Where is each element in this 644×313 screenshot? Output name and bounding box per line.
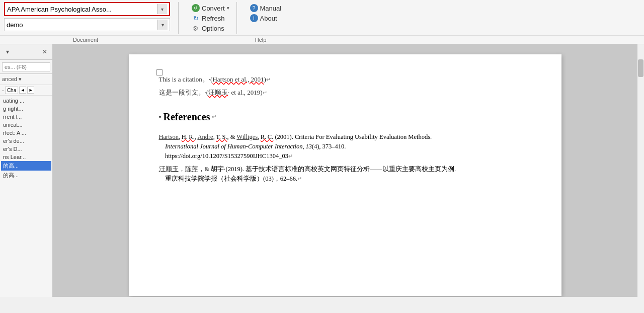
ref1-hartson[interactable]: Hartson (159, 133, 179, 140)
citation-2: 这是一段引文。·(汪顺玉· et al., 2019)↵ (159, 88, 531, 98)
scrollbar-thumb (638, 59, 643, 77)
sidebar-item-2[interactable]: rrent l... (1, 113, 51, 121)
demo-dropdown-arrow[interactable]: ▾ (157, 20, 168, 30)
citation-2-link[interactable]: 汪顺玉 (208, 89, 228, 96)
label-document: Document (4, 37, 175, 43)
pilcrow-heading: ↵ (212, 113, 216, 121)
options-label: Options (202, 25, 224, 32)
citation-1-link[interactable]: Hartson et al., 2001 (212, 75, 264, 83)
nav-dot: · (2, 86, 4, 94)
sidebar-search-container (0, 60, 52, 74)
ref1-issue: (4), (312, 143, 321, 150)
right-scrollbar[interactable] (637, 44, 644, 297)
sidebar-close-btn[interactable]: ✕ (39, 46, 50, 57)
main-area: ▾ ✕ anced ▾ · Cha ◄ ► uating ... g right… (0, 44, 644, 297)
refresh-button[interactable]: ↻ Refresh (189, 13, 232, 23)
ribbon-labels: Document Help (0, 35, 644, 44)
sidebar-tab-cha[interactable]: Cha (5, 87, 18, 94)
sidebar-item-7[interactable]: ns Lear... (1, 153, 51, 161)
doc-page: This is a citation。·(Hartson et al., 200… (129, 54, 561, 296)
sidebar-item-1[interactable]: g right... (1, 105, 51, 113)
convert-button[interactable]: ↺ Convert ▾ (189, 3, 232, 13)
references-heading-text: References (164, 109, 210, 124)
references-heading: References↵ (159, 109, 531, 124)
options-button[interactable]: ⚙ Options (189, 23, 232, 33)
sidebar-item-5[interactable]: er's de... (1, 137, 51, 145)
doc-area: This is a citation。·(Hartson et al., 200… (53, 44, 637, 297)
about-label: About (260, 15, 277, 22)
ref1-r: R. C. (261, 133, 273, 140)
ref2-chenping[interactable]: 陈萍 (185, 166, 198, 173)
convert-label: Convert (202, 5, 225, 12)
manual-button[interactable]: ? Manual (247, 3, 285, 13)
sidebar-item-4[interactable]: rfect: A ... (1, 129, 51, 137)
page-margin-mark (156, 69, 163, 75)
manual-icon: ? (250, 4, 258, 12)
style-dropdown-arrow[interactable]: ▾ (157, 4, 167, 14)
sidebar-search-input[interactable] (2, 62, 50, 71)
ref1-pages: 373–410. (323, 143, 346, 150)
refresh-icon: ↻ (192, 14, 200, 22)
nav-next-arrow[interactable]: ► (27, 87, 34, 94)
ref1-t: T. S. (216, 133, 227, 140)
pilcrow-ref1: ↵ (288, 153, 293, 159)
ribbon-top: APA American Psychological Asso... ▾ dem… (0, 0, 644, 35)
sidebar-nav-area: · Cha ◄ ► (0, 85, 52, 96)
sidebar-dropdown-btn[interactable]: ▾ (2, 46, 13, 57)
ref1-andre[interactable]: Andre (197, 133, 213, 140)
ref2-year: (2019). (225, 166, 244, 173)
sidebar-filter-label: anced ▾ (2, 76, 22, 82)
ribbon-group-document: APA American Psychological Asso... ▾ dem… (4, 2, 179, 34)
sidebar-item-0[interactable]: uating ... (1, 97, 51, 105)
ref1-vol: 13 (305, 143, 312, 150)
sidebar-filter[interactable]: anced ▾ (0, 74, 52, 85)
convert-icon: ↺ (192, 4, 200, 12)
sidebar-item-9[interactable]: 的高... (1, 171, 51, 180)
sidebar: ▾ ✕ anced ▾ · Cha ◄ ► uating ... g right… (0, 44, 53, 297)
about-button[interactable]: i About (247, 13, 285, 23)
convert-arrow: ▾ (227, 6, 229, 11)
ribbon-group-help: ? Manual i About (243, 2, 289, 34)
ref1-williges[interactable]: Williges (236, 133, 258, 140)
ref1-journal: International Journal of Human-Computer … (165, 143, 303, 150)
ref1-title: Criteria For Evaluating Usability Evalua… (295, 133, 432, 140)
pilcrow-1: ↵ (266, 76, 271, 83)
sidebar-item-8[interactable]: 的高... (1, 161, 51, 171)
citation-1: This is a citation。·(Hartson et al., 200… (159, 74, 531, 85)
pilcrow-2: ↵ (263, 90, 267, 96)
refresh-label: Refresh (202, 15, 225, 22)
options-icon: ⚙ (192, 24, 200, 32)
style-dropdown[interactable]: APA American Psychological Asso... ▾ (4, 2, 170, 16)
demo-dropdown-text: demo (7, 21, 157, 29)
ribbon: APA American Psychological Asso... ▾ dem… (0, 0, 644, 44)
ref-entry-1: Hartson, H. R., Andre, T. S., & Williges… (159, 132, 531, 161)
sidebar-item-3[interactable]: unicat... (1, 121, 51, 129)
pilcrow-ref2: ↵ (297, 176, 302, 182)
ref-entry-2: 汪顺玉，陈萍，& 胡宇·(2019). 基于技术语言标准的高校英文网页特征分析—… (159, 165, 531, 184)
ref2-wangshunyu[interactable]: 汪顺玉 (159, 166, 179, 173)
sidebar-toolbar: ▾ ✕ (0, 44, 52, 60)
demo-dropdown[interactable]: demo ▾ (4, 18, 170, 31)
sidebar-items-list: uating ... g right... rrent l... unicat.… (0, 96, 52, 297)
label-help: Help (235, 37, 286, 43)
manual-label: Manual (260, 5, 282, 12)
ref1-year: (2001). (275, 133, 293, 140)
sidebar-item-6[interactable]: er's D... (1, 145, 51, 153)
ref2-pages: (03)，62–66. (263, 175, 297, 182)
ribbon-group-actions: ↺ Convert ▾ ↻ Refresh ⚙ Options (185, 2, 237, 34)
ref2-journal: 重庆科技学院学报（社会科学版） (165, 175, 263, 182)
about-icon: i (250, 14, 258, 22)
ref1-doi: https://doi.org/10.1207/S15327590IJHC130… (165, 152, 288, 160)
ref1-h: H. R. (182, 133, 195, 140)
style-dropdown-text: APA American Psychological Asso... (7, 6, 157, 13)
nav-prev-arrow[interactable]: ◄ (19, 87, 26, 94)
